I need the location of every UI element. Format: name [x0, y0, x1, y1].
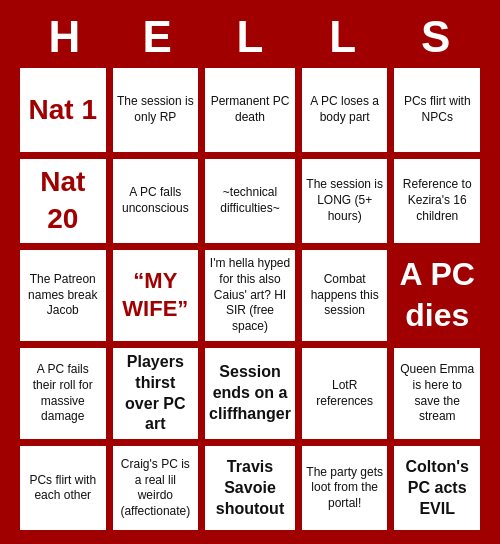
bingo-cell-7: ~technical difficulties~ [203, 157, 297, 245]
bingo-cell-2: Permanent PC death [203, 66, 297, 154]
bingo-cell-18: LotR references [300, 346, 390, 441]
bingo-cell-10: The Patreon names break Jacob [18, 248, 108, 343]
bingo-cell-0: Nat 1 [18, 66, 108, 154]
title-letter-e: E [113, 12, 201, 62]
bingo-cell-9: Reference to Kezira's 16 children [392, 157, 482, 245]
bingo-cell-5: Nat 20 [18, 157, 108, 245]
bingo-card: H E L L S Nat 1The session is only RPPer… [10, 4, 490, 540]
bingo-cell-15: A PC fails their roll for massive damage [18, 346, 108, 441]
bingo-cell-24: Colton's PC acts EVIL [392, 444, 482, 532]
bingo-cell-22: Travis Savoie shoutout [203, 444, 297, 532]
bingo-cell-4: PCs flirt with NPCs [392, 66, 482, 154]
title-letter-l1: L [206, 12, 294, 62]
bingo-cell-14: A PC dies [392, 248, 482, 343]
bingo-cell-23: The party gets loot from the portal! [300, 444, 390, 532]
bingo-cell-19: Queen Emma is here to save the stream [392, 346, 482, 441]
bingo-cell-8: The session is LONG (5+ hours) [300, 157, 390, 245]
title-letter-h: H [20, 12, 108, 62]
bingo-cell-20: PCs flirt with each other [18, 444, 108, 532]
bingo-cell-1: The session is only RP [111, 66, 201, 154]
bingo-cell-12: I'm hella hyped for this also Caius' art… [203, 248, 297, 343]
bingo-cell-17: Session ends on a cliffhanger [203, 346, 297, 441]
bingo-cell-16: Players thirst over PC art [111, 346, 201, 441]
title-letter-s: S [392, 12, 480, 62]
bingo-cell-21: Craig's PC is a real lil weirdo (affecti… [111, 444, 201, 532]
bingo-cell-3: A PC loses a body part [300, 66, 390, 154]
bingo-cell-6: A PC falls unconscious [111, 157, 201, 245]
bingo-title: H E L L S [18, 12, 482, 62]
bingo-grid: Nat 1The session is only RPPermanent PC … [18, 66, 482, 532]
bingo-cell-11: “MY WIFE” [111, 248, 201, 343]
bingo-cell-13: Combat happens this session [300, 248, 390, 343]
title-letter-l2: L [299, 12, 387, 62]
